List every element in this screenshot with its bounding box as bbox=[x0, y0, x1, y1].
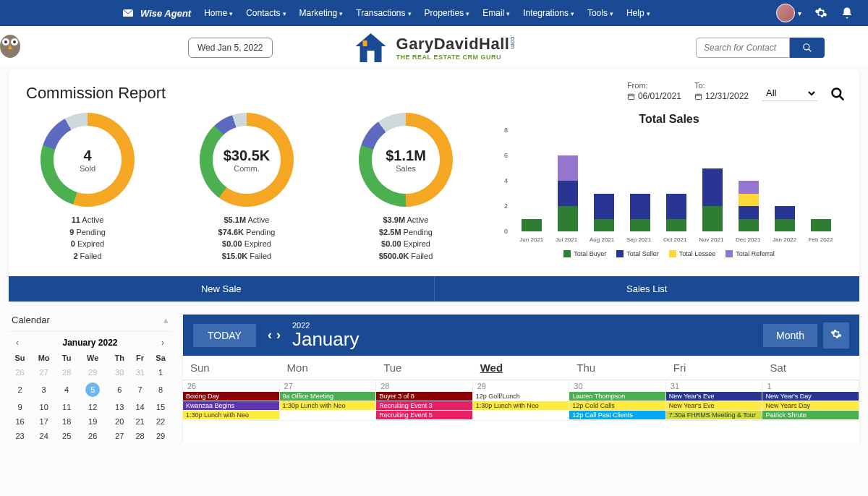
total-sales-chart: Total Sales 02468 Jun 2021Jul 2021Aug 20… bbox=[496, 113, 842, 257]
user-menu[interactable]: ▾ bbox=[776, 4, 801, 22]
nav-item-contacts[interactable]: Contacts bbox=[246, 8, 286, 18]
mini-cal-day[interactable]: 2 bbox=[9, 380, 31, 400]
mini-cal-day[interactable]: 6 bbox=[109, 380, 130, 400]
calendar-event[interactable]: Boxing Day bbox=[183, 392, 279, 401]
mini-cal-day[interactable]: 29 bbox=[77, 365, 109, 380]
mini-cal-day[interactable]: 27 bbox=[31, 365, 56, 380]
search-button[interactable] bbox=[790, 38, 825, 58]
collapse-icon[interactable]: ▴ bbox=[163, 315, 169, 325]
calendar-event[interactable]: 1:30p Lunch with Neo bbox=[473, 401, 569, 410]
mini-cal-day[interactable]: 31 bbox=[130, 365, 150, 380]
calendar-event[interactable]: New Years Day bbox=[762, 401, 859, 410]
calendar-event[interactable]: Lauren Thompson bbox=[569, 392, 665, 401]
calendar-event[interactable]: Recruiting Event 5 bbox=[376, 411, 472, 419]
calendar-event[interactable]: 12p Golf/Lunch bbox=[473, 392, 569, 401]
mini-cal-day[interactable]: 30 bbox=[109, 365, 130, 380]
from-date[interactable]: 06/01/2021 bbox=[627, 91, 681, 101]
mini-cal-day[interactable]: 17 bbox=[31, 414, 56, 429]
mini-cal-day[interactable]: 10 bbox=[31, 400, 56, 414]
mini-cal-day[interactable]: 5 bbox=[77, 380, 109, 400]
mini-cal-day[interactable]: 16 bbox=[9, 414, 31, 429]
cal-prev-button[interactable]: ‹ bbox=[268, 328, 272, 343]
next-month-button[interactable]: › bbox=[161, 338, 164, 348]
nav-item-home[interactable]: Home bbox=[204, 8, 233, 18]
calendar-event[interactable]: Kwanzaa Begins bbox=[183, 401, 279, 410]
mini-cal-day[interactable]: 21 bbox=[130, 414, 150, 429]
gear-icon[interactable] bbox=[814, 7, 827, 20]
calendar-event[interactable]: New Year's Eve bbox=[666, 401, 762, 410]
calendar-cell[interactable]: 279a Office Meeting1:30p Lunch with Neo bbox=[280, 380, 377, 421]
today-button[interactable]: TODAY bbox=[193, 324, 256, 347]
sales-list-button[interactable]: Sales List bbox=[435, 276, 860, 302]
cal-next-button[interactable]: › bbox=[276, 328, 281, 343]
mini-cal-day[interactable]: 23 bbox=[9, 429, 31, 443]
calendar-event[interactable]: 7:30a FHRMS Meeting & Tour bbox=[666, 411, 762, 419]
current-date[interactable]: Wed Jan 5, 2022 bbox=[188, 38, 273, 58]
mini-cal-day[interactable]: 8 bbox=[150, 380, 171, 400]
mini-cal-day[interactable]: 15 bbox=[150, 400, 171, 414]
calendar-event[interactable]: New Year's Eve bbox=[666, 392, 762, 401]
mini-cal-day[interactable]: 19 bbox=[77, 414, 109, 429]
calendar-cell[interactable]: 26Boxing DayKwanzaa Begins1:30p Lunch wi… bbox=[183, 380, 280, 421]
cal-settings-button[interactable] bbox=[823, 322, 849, 349]
mini-cal-day[interactable]: 4 bbox=[56, 380, 77, 400]
mini-cal-day[interactable]: 28 bbox=[56, 365, 77, 380]
mini-cal-day[interactable]: 9 bbox=[9, 400, 31, 414]
calendar-cell[interactable]: 2912p Golf/Lunch1:30p Lunch with Neo bbox=[473, 380, 570, 421]
calendar-cell[interactable]: 31New Year's EveNew Year's Eve7:30a FHRM… bbox=[666, 380, 763, 421]
mini-cal-day[interactable]: 29 bbox=[150, 429, 171, 443]
mini-cal-day[interactable]: 1 bbox=[150, 365, 171, 380]
calendar-event[interactable]: 9a Office Meeting bbox=[280, 392, 376, 401]
bell-icon[interactable] bbox=[841, 7, 854, 20]
calendar-event[interactable]: Patrick Shrute bbox=[762, 411, 859, 419]
to-date[interactable]: 12/31/2022 bbox=[694, 91, 749, 101]
calendar-event[interactable]: Recruiting Event 3 bbox=[376, 401, 472, 410]
mini-cal-day[interactable]: 7 bbox=[130, 380, 150, 400]
mini-cal-day[interactable]: 18 bbox=[56, 414, 77, 429]
nav-item-integrations[interactable]: Integrations bbox=[523, 8, 574, 18]
mini-cal-day[interactable]: 12 bbox=[77, 400, 109, 414]
calendar-event[interactable]: New Year's Day bbox=[762, 392, 859, 401]
mini-cal-day[interactable]: 22 bbox=[150, 414, 171, 429]
mini-cal-day[interactable]: 14 bbox=[130, 400, 150, 414]
svg-marker-7 bbox=[356, 33, 386, 62]
mini-cal-day[interactable]: 11 bbox=[56, 400, 77, 414]
brand-logo[interactable]: Wise Agent bbox=[123, 8, 191, 19]
weekday-header: Tue bbox=[376, 356, 473, 380]
nav-item-properties[interactable]: Properties bbox=[425, 8, 470, 18]
calendar-cell[interactable]: 28Buyer 3 of 8Recruiting Event 3Recruiti… bbox=[376, 380, 473, 421]
mini-cal-day[interactable]: 13 bbox=[109, 400, 130, 414]
new-sale-button[interactable]: New Sale bbox=[9, 276, 435, 302]
mini-cal-day[interactable]: 20 bbox=[109, 414, 130, 429]
view-toggle-button[interactable]: Month bbox=[763, 324, 817, 347]
nav-item-help[interactable]: Help bbox=[626, 8, 650, 18]
mini-cal-day[interactable]: 27 bbox=[109, 429, 130, 443]
svg-rect-11 bbox=[628, 94, 634, 99]
nav-item-transactions[interactable]: Transactions bbox=[356, 8, 411, 18]
bar-Oct-2021 bbox=[666, 194, 686, 232]
mini-cal-day[interactable]: 26 bbox=[77, 429, 109, 443]
calendar-event[interactable]: 1:30p Lunch with Neo bbox=[280, 401, 376, 410]
prev-month-button[interactable]: ‹ bbox=[16, 338, 19, 348]
calendar-cell[interactable]: 30Lauren Thompson12p Cold Calls12p Call … bbox=[569, 380, 666, 421]
search-input[interactable] bbox=[696, 38, 790, 58]
mini-cal-day[interactable]: 25 bbox=[56, 429, 77, 443]
nav-item-tools[interactable]: Tools bbox=[587, 8, 613, 18]
calendar-event[interactable]: 12p Call Past Clients bbox=[569, 411, 665, 419]
calendar-cell[interactable]: 1New Year's DayNew Years DayPatrick Shru… bbox=[762, 380, 859, 421]
mini-cal-day[interactable]: 24 bbox=[31, 429, 56, 443]
mini-cal-day[interactable]: 28 bbox=[130, 429, 150, 443]
mini-cal-month[interactable]: January 2022 bbox=[62, 338, 117, 348]
nav-item-email[interactable]: Email bbox=[482, 8, 510, 18]
calendar-event[interactable]: Buyer 3 of 8 bbox=[376, 392, 472, 401]
filter-select[interactable]: All bbox=[762, 85, 817, 101]
legend-item: Total Buyer bbox=[563, 250, 606, 257]
legend-item: Total Lessee bbox=[669, 250, 716, 257]
mini-cal-day[interactable]: 26 bbox=[9, 365, 31, 380]
search-icon[interactable] bbox=[830, 87, 845, 101]
bar-Aug-2021 bbox=[594, 194, 614, 232]
calendar-event[interactable]: 1:30p Lunch with Neo bbox=[183, 411, 279, 419]
calendar-event[interactable]: 12p Cold Calls bbox=[569, 401, 665, 410]
nav-item-marketing[interactable]: Marketing bbox=[299, 8, 344, 18]
mini-cal-day[interactable]: 3 bbox=[31, 380, 56, 400]
